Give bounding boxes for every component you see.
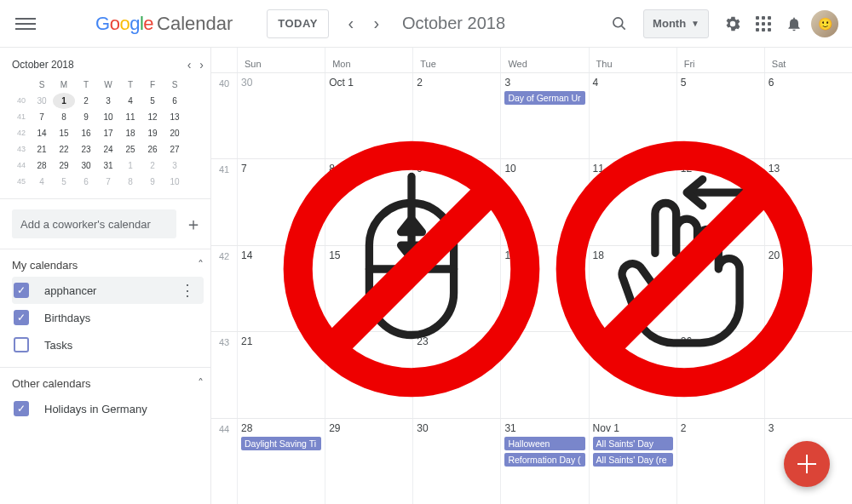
mini-prev-month[interactable]: ‹ <box>187 58 192 72</box>
mini-next-month[interactable]: › <box>199 58 204 72</box>
mini-day-cell[interactable]: 3 <box>97 93 119 109</box>
mini-day-cell[interactable]: 11 <box>119 109 141 125</box>
day-cell[interactable]: 14 <box>237 246 325 331</box>
day-cell[interactable]: 12 <box>676 159 764 244</box>
calendar-checkbox[interactable] <box>14 283 29 298</box>
mini-day-cell[interactable]: 5 <box>141 93 164 109</box>
calendar-checkbox[interactable] <box>14 401 29 416</box>
other-calendars-toggle[interactable]: Other calendars ˄ <box>12 376 204 390</box>
my-calendars-toggle[interactable]: My calendars ˄ <box>12 258 204 272</box>
mini-day-cell[interactable]: 24 <box>97 141 119 158</box>
day-cell[interactable]: 16 <box>412 246 500 331</box>
mini-day-cell[interactable]: 5 <box>53 174 75 190</box>
mini-day-cell[interactable]: 21 <box>31 141 53 158</box>
mini-day-cell[interactable]: 4 <box>31 174 53 190</box>
day-cell[interactable]: 23 <box>412 332 500 417</box>
view-select[interactable]: Month ▼ <box>643 9 709 38</box>
day-cell[interactable]: 21 <box>237 332 325 417</box>
day-cell[interactable]: 2 <box>412 73 500 158</box>
event-chip[interactable]: Reformation Day ( <box>504 453 584 467</box>
calendar-checkbox[interactable] <box>14 337 29 352</box>
main-menu-button[interactable] <box>15 14 36 34</box>
day-cell[interactable]: 18 <box>589 246 676 331</box>
day-cell[interactable]: 26 <box>676 332 764 417</box>
mini-day-cell[interactable]: 2 <box>141 158 164 174</box>
mini-day-cell[interactable]: 7 <box>31 109 53 125</box>
mini-day-cell[interactable]: 10 <box>97 109 119 125</box>
day-cell[interactable]: 22 <box>325 332 412 417</box>
prev-period-button[interactable]: ‹ <box>341 14 361 34</box>
mini-day-cell[interactable]: 6 <box>164 93 186 109</box>
day-cell[interactable]: 29 <box>325 419 412 504</box>
mini-day-cell[interactable]: 31 <box>97 158 119 174</box>
day-cell[interactable]: 30 <box>237 73 325 158</box>
mini-day-cell[interactable]: 27 <box>164 141 186 158</box>
day-cell[interactable]: 8 <box>325 159 412 244</box>
day-cell[interactable]: 7 <box>237 159 325 244</box>
event-chip[interactable]: Halloween <box>504 437 584 450</box>
next-period-button[interactable]: › <box>366 14 387 34</box>
day-cell[interactable]: 5 <box>676 73 764 158</box>
notifications-button[interactable] <box>779 9 809 39</box>
day-cell[interactable]: 3Day of German Ur <box>500 73 588 158</box>
mini-day-cell[interactable]: 18 <box>119 125 141 141</box>
mini-day-cell[interactable]: 14 <box>31 125 53 141</box>
mini-day-cell[interactable]: 19 <box>141 125 164 141</box>
day-cell[interactable]: 30 <box>412 419 500 504</box>
calendar-item[interactable]: Holidays in Germany <box>12 395 204 422</box>
mini-day-cell[interactable]: 2 <box>75 93 97 109</box>
product-logo[interactable]: Google Calendar <box>95 13 233 35</box>
calendar-item[interactable]: Tasks <box>12 331 204 358</box>
add-coworker-input[interactable]: Add a coworker's calendar <box>12 209 176 238</box>
day-cell[interactable]: 9 <box>412 159 500 244</box>
mini-day-cell[interactable]: 17 <box>97 125 119 141</box>
search-button[interactable] <box>604 9 635 39</box>
day-cell[interactable]: Nov 1All Saints' DayAll Saints' Day (re <box>589 419 676 504</box>
mini-day-cell[interactable]: 1 <box>53 93 75 109</box>
day-cell[interactable]: 2 <box>676 419 764 504</box>
event-chip[interactable]: All Saints' Day (re <box>593 453 673 467</box>
mini-day-cell[interactable]: 1 <box>119 158 141 174</box>
day-cell[interactable]: Oct 1 <box>325 73 412 158</box>
mini-day-cell[interactable]: 30 <box>75 158 97 174</box>
mini-day-cell[interactable]: 7 <box>97 174 119 190</box>
day-cell[interactable]: 13 <box>764 159 852 244</box>
day-cell[interactable]: 6 <box>764 73 852 158</box>
event-chip[interactable]: Daylight Saving Ti <box>241 437 321 450</box>
mini-day-cell[interactable]: 10 <box>164 174 186 190</box>
today-button[interactable]: TODAY <box>267 9 329 38</box>
event-chip[interactable]: All Saints' Day <box>593 437 673 450</box>
day-cell[interactable]: 24 <box>500 332 588 417</box>
mini-day-cell[interactable]: 29 <box>53 158 75 174</box>
google-apps-button[interactable] <box>748 9 779 39</box>
mini-day-cell[interactable]: 25 <box>119 141 141 158</box>
day-cell[interactable]: 31HalloweenReformation Day ( <box>500 419 588 504</box>
mini-day-cell[interactable]: 28 <box>31 158 53 174</box>
calendar-item[interactable]: apphancer ⋮ <box>12 277 204 304</box>
day-cell[interactable]: 28Daylight Saving Ti <box>237 419 325 504</box>
mini-day-cell[interactable]: 26 <box>141 141 164 158</box>
settings-button[interactable] <box>717 9 748 39</box>
day-cell[interactable]: 11 <box>589 159 676 244</box>
day-cell[interactable]: 15 <box>325 246 412 331</box>
mini-day-cell[interactable]: 15 <box>53 125 75 141</box>
calendar-item[interactable]: Birthdays <box>12 304 204 331</box>
mini-day-cell[interactable]: 8 <box>119 174 141 190</box>
mini-day-cell[interactable]: 16 <box>75 125 97 141</box>
day-cell[interactable]: 25 <box>589 332 676 417</box>
mini-day-cell[interactable]: 13 <box>164 109 186 125</box>
mini-day-cell[interactable]: 6 <box>75 174 97 190</box>
mini-day-cell[interactable]: 9 <box>141 174 164 190</box>
day-cell[interactable]: 20 <box>764 246 852 331</box>
mini-day-cell[interactable]: 23 <box>75 141 97 158</box>
day-cell[interactable]: 10 <box>500 159 588 244</box>
mini-day-cell[interactable]: 20 <box>164 125 186 141</box>
day-cell[interactable]: 4 <box>589 73 676 158</box>
account-button[interactable]: 🙂 <box>809 9 840 39</box>
mini-day-cell[interactable]: 30 <box>31 93 53 109</box>
mini-day-cell[interactable]: 3 <box>164 158 186 174</box>
calendar-checkbox[interactable] <box>14 310 29 325</box>
mini-day-cell[interactable]: 8 <box>53 109 75 125</box>
mini-day-cell[interactable]: 12 <box>141 109 164 125</box>
create-event-fab[interactable] <box>784 441 830 487</box>
